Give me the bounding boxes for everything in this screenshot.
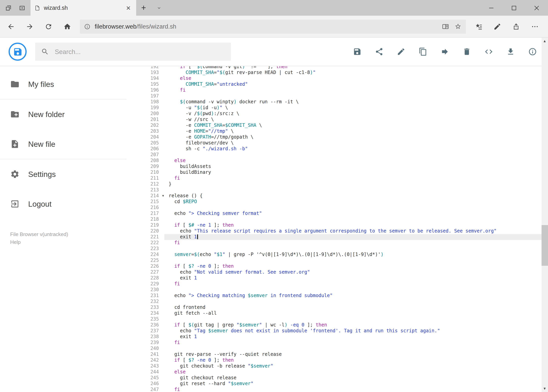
fold-toggle-icon[interactable]: ▾ xyxy=(162,193,164,198)
code-line[interactable]: 203 -e HOME="//tmp" \ xyxy=(126,128,541,134)
code-line[interactable]: 245 git checkout release xyxy=(126,375,541,381)
hub-favorites-button[interactable] xyxy=(469,18,488,35)
code-line[interactable]: 221 exit 1 xyxy=(126,234,541,240)
code-line[interactable]: 230 xyxy=(126,287,541,293)
delete-button[interactable] xyxy=(462,47,471,56)
tab-list-chevron-icon[interactable] xyxy=(151,0,167,16)
code-line[interactable]: 231 echo "> Checking matching $semver in… xyxy=(126,293,541,299)
code-line[interactable]: 198 $(command -v winpty) docker run --rm… xyxy=(126,99,541,105)
code-line[interactable]: 225 xyxy=(126,258,541,263)
code-line[interactable]: 207 xyxy=(126,152,541,158)
app-logo[interactable] xyxy=(9,43,27,61)
code-line[interactable]: 196 fi xyxy=(126,87,541,93)
code-line[interactable]: 215 cd $REPO xyxy=(126,199,541,205)
help-link[interactable]: Help xyxy=(10,238,126,246)
refresh-button[interactable] xyxy=(39,18,58,35)
scroll-down-arrow-icon[interactable]: ▼ xyxy=(541,385,548,392)
more-actions-button[interactable] xyxy=(525,18,544,35)
new-tab-button[interactable]: + xyxy=(136,0,151,16)
info-button[interactable] xyxy=(528,47,537,56)
save-button[interactable] xyxy=(352,47,362,56)
favorite-star-icon[interactable] xyxy=(452,20,464,33)
set-tabs-aside-icon[interactable] xyxy=(18,4,26,12)
code-line[interactable]: 204 -e GOPATH=//tmp/gopath \ xyxy=(126,134,541,140)
code-line[interactable]: 236 if [ $(git tag | grep "$semver" | wc… xyxy=(126,322,541,328)
code-line[interactable]: 234 git fetch --all xyxy=(126,310,541,316)
code-editor[interactable]: 192 if [ "$(command -v git)" != "" ]; th… xyxy=(126,66,548,392)
sidebar-item-my-files[interactable]: My files xyxy=(0,69,126,99)
code-line[interactable]: 201 -w //src \ xyxy=(126,117,541,123)
code-line[interactable]: 206 sh -c "./wizard.sh -b" xyxy=(126,146,541,152)
code-line[interactable]: 220 echo "This release script requires a… xyxy=(126,228,541,234)
address-bar[interactable]: filebrowser.web/files/wizard.sh xyxy=(80,19,466,34)
code-line[interactable]: 226 if [ $? -ne 0 ]; then xyxy=(126,263,541,269)
code-line[interactable]: 243 git checkout -b release "$semver" xyxy=(126,363,541,369)
scroll-up-arrow-icon[interactable]: ▲ xyxy=(541,38,548,44)
reading-view-icon[interactable] xyxy=(439,20,452,33)
code-line[interactable]: 235 xyxy=(126,316,541,322)
download-button[interactable] xyxy=(506,47,515,56)
sidebar-item-logout[interactable]: Logout xyxy=(0,189,126,219)
code-line[interactable]: 229 fi xyxy=(126,281,541,287)
code-line[interactable]: 202 -e COMMIT_SHA=$COMMIT_SHA \ xyxy=(126,123,541,128)
code-line[interactable]: 246 git reset --hard "$semver" xyxy=(126,381,541,387)
code-line[interactable]: 222 fi xyxy=(126,240,541,246)
move-button[interactable] xyxy=(440,47,449,56)
browser-tab[interactable]: wizard.sh ✕ xyxy=(30,0,136,16)
web-note-button[interactable] xyxy=(488,18,506,35)
code-line[interactable]: 238 exit 1 xyxy=(126,334,541,340)
code-line[interactable]: 223 xyxy=(126,246,541,252)
share-page-button[interactable] xyxy=(506,18,525,35)
code-line[interactable]: 219 if [ $# -ne 1 ]; then xyxy=(126,222,541,228)
code-line[interactable]: 244 else xyxy=(126,369,541,375)
code-line[interactable]: 192 if [ "$(command -v git)" != "" ]; th… xyxy=(126,66,541,70)
forward-button[interactable] xyxy=(20,18,39,35)
copy-button[interactable] xyxy=(418,47,428,56)
code-line[interactable]: 228 exit 1 xyxy=(126,275,541,281)
code-line[interactable]: 241 git rev-parse --verify --quiet relea… xyxy=(126,351,541,357)
code-line[interactable]: 210 buildBinary xyxy=(126,169,541,175)
code-line[interactable]: 242 if [ $? -ne 0 ]; then xyxy=(126,357,541,363)
edit-button[interactable] xyxy=(396,47,406,56)
code-line[interactable]: 211 fi xyxy=(126,175,541,181)
back-button[interactable] xyxy=(1,18,20,35)
tab-preview-icon[interactable] xyxy=(5,4,12,12)
code-line[interactable]: 194 else xyxy=(126,76,541,81)
code-line[interactable]: 216 xyxy=(126,205,541,210)
share-button[interactable] xyxy=(374,47,384,56)
code-line[interactable]: 232 xyxy=(126,299,541,305)
window-maximize-button[interactable] xyxy=(503,0,525,16)
code-line[interactable]: 195 COMMIT_SHA="untracked" xyxy=(126,81,541,87)
code-line[interactable]: 212} xyxy=(126,181,541,187)
code-line[interactable]: 209 buildAssets xyxy=(126,164,541,169)
code-line[interactable]: 208 else xyxy=(126,158,541,164)
code-line[interactable]: 218 xyxy=(126,217,541,222)
window-close-button[interactable] xyxy=(525,0,548,16)
search-box[interactable] xyxy=(35,43,231,61)
tab-close-icon[interactable]: ✕ xyxy=(125,5,132,11)
sidebar-item-settings[interactable]: Settings xyxy=(0,159,126,189)
code-line[interactable]: 227 echo "Not valid semver format. See s… xyxy=(126,269,541,275)
code-line[interactable]: 240 xyxy=(126,346,541,351)
window-minimize-button[interactable] xyxy=(480,0,503,16)
raw-code-button[interactable] xyxy=(484,47,493,56)
home-button[interactable] xyxy=(58,18,77,35)
page-scrollbar[interactable]: ▲ ▼ xyxy=(541,38,548,392)
code-line[interactable]: 205 filebrowser/dev \ xyxy=(126,140,541,146)
code-line[interactable]: 214▾release () { xyxy=(126,193,541,199)
code-line[interactable]: 224 semver=$(echo "$1" | grep -P '^v(0|[… xyxy=(126,252,541,258)
code-line[interactable]: 193 COMMIT_SHA="$(git rev-parse HEAD | c… xyxy=(126,70,541,76)
scrollbar-thumb[interactable] xyxy=(541,225,548,266)
url-text[interactable]: filebrowser.web/files/wizard.sh xyxy=(95,23,439,30)
code-line[interactable]: 237 echo "Tag $semver does not exist in … xyxy=(126,328,541,334)
code-line[interactable]: 239 fi xyxy=(126,340,541,346)
site-info-icon[interactable] xyxy=(80,23,95,29)
code-line[interactable]: 199 -u "$(id -u)" \ xyxy=(126,105,541,111)
code-line[interactable]: 217 echo "> Checking semver format" xyxy=(126,210,541,217)
sidebar-item-new-file[interactable]: New file xyxy=(0,129,126,159)
code-line[interactable]: 197 xyxy=(126,93,541,99)
code-line[interactable]: 200 -v /$(pwd):/src:z \ xyxy=(126,111,541,117)
search-input[interactable] xyxy=(54,48,225,56)
code-line[interactable]: 247 fi xyxy=(126,387,541,392)
sidebar-item-new-folder[interactable]: New folder xyxy=(0,99,126,129)
